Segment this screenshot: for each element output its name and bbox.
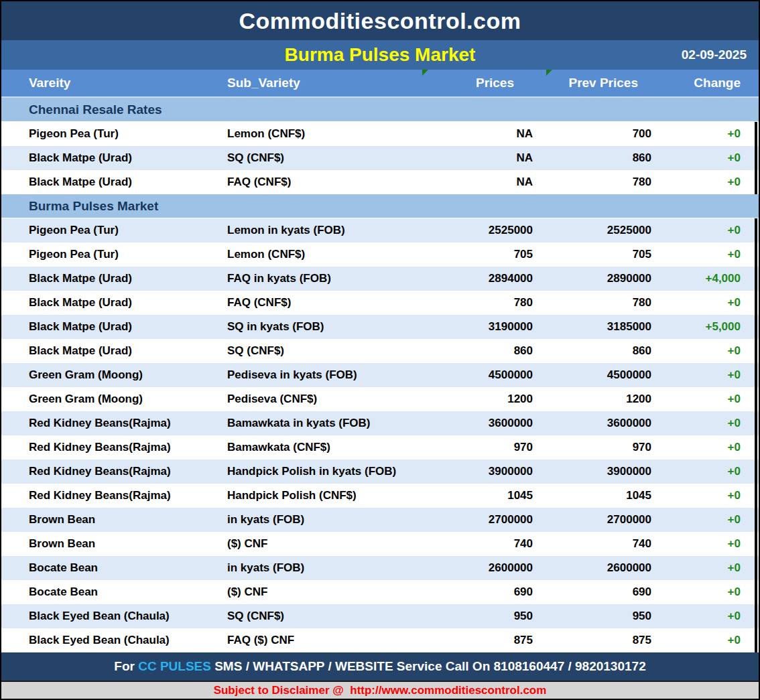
table-column-header: Vareity Sub_Variety Prices Prev Prices C… — [1, 70, 759, 98]
table-row: Bocate Bean($) CNF690690+0 — [1, 580, 759, 604]
table-row: Pigeon Pea (Tur)Lemon in kyats (FOB)2525… — [1, 218, 759, 242]
prev-price-cell: 705 — [533, 248, 651, 261]
price-cell: NA — [428, 176, 533, 189]
change-cell: +0 — [651, 585, 759, 599]
sub-variety-cell: Pediseva (CNF$) — [227, 393, 428, 406]
price-cell: 950 — [428, 610, 533, 623]
table-row: Pigeon Pea (Tur)Lemon (CNF$)NA700+0 — [1, 122, 759, 146]
column-header-prev-prices: Prev Prices — [533, 76, 651, 90]
price-cell: 780 — [428, 296, 533, 309]
column-header-change: Change — [651, 76, 759, 90]
site-title: Commoditiescontrol.com — [239, 8, 521, 34]
change-cell: +0 — [651, 634, 759, 647]
price-cell: 4500000 — [428, 368, 533, 382]
change-cell: +0 — [651, 176, 759, 189]
table-row: Black Matpe (Urad)FAQ (CNF$)780780+0 — [1, 291, 759, 315]
table-row: Red Kidney Beans(Rajma)Bamawkata in kyat… — [1, 411, 759, 435]
prev-price-cell: 3600000 — [533, 417, 651, 430]
change-cell: +0 — [651, 537, 759, 551]
change-cell: +0 — [651, 393, 759, 406]
table-row: Black Matpe (Urad)SQ (CNF$)NA860+0 — [1, 146, 759, 170]
cell-note-flag-icon — [422, 70, 428, 76]
sub-variety-cell: ($) CNF — [227, 585, 428, 599]
sub-variety-cell: Pediseva in kyats (FOB) — [227, 368, 428, 382]
table-row: Brown Bean($) CNF740740+0 — [1, 532, 759, 556]
variety-cell: Pigeon Pea (Tur) — [1, 127, 227, 141]
column-header-sub-variety: Sub_Variety — [227, 76, 428, 90]
variety-cell: Black Matpe (Urad) — [1, 176, 227, 189]
price-cell: 2894000 — [428, 272, 533, 285]
variety-cell: Red Kidney Beans(Rajma) — [1, 465, 227, 478]
prev-price-cell: 780 — [533, 176, 651, 189]
table-row: Black Matpe (Urad)FAQ (CNF$)NA780+0 — [1, 170, 759, 194]
disclaimer-link[interactable]: http://www.commoditiescontrol.com — [350, 684, 546, 697]
prev-price-cell: 970 — [533, 441, 651, 454]
prev-price-cell: 860 — [533, 151, 651, 165]
price-cell: 970 — [428, 441, 533, 454]
prev-price-cell: 875 — [533, 634, 651, 647]
table-row: Red Kidney Beans(Rajma)Handpick Polish i… — [1, 460, 759, 484]
change-cell: +0 — [651, 489, 759, 502]
change-cell: +0 — [651, 465, 759, 478]
prev-price-cell: 2700000 — [533, 513, 651, 527]
sub-variety-cell: in kyats (FOB) — [227, 513, 428, 527]
variety-cell: Black Matpe (Urad) — [1, 272, 227, 285]
disclaimer-text: Subject to Disclaimer @ — [214, 684, 351, 697]
price-cell: 2525000 — [428, 224, 533, 237]
sub-variety-cell: Handpick Polish in kyats (FOB) — [227, 465, 428, 478]
table-row: Black Matpe (Urad)SQ (CNF$)860860+0 — [1, 339, 759, 363]
change-cell: +0 — [651, 610, 759, 623]
variety-cell: Bocate Bean — [1, 561, 227, 575]
sub-variety-cell: FAQ (CNF$) — [227, 296, 428, 309]
variety-cell: Black Matpe (Urad) — [1, 344, 227, 358]
sub-variety-cell: Lemon (CNF$) — [227, 248, 428, 261]
section-title: Chennai Resale Rates — [1, 102, 162, 117]
prev-price-cell: 1200 — [533, 393, 651, 406]
table-row: Pigeon Pea (Tur)Lemon (CNF$)705705+0 — [1, 242, 759, 267]
variety-cell: Black Eyed Bean (Chaula) — [1, 610, 227, 623]
change-cell: +0 — [651, 368, 759, 382]
variety-cell: Black Matpe (Urad) — [1, 320, 227, 334]
sub-variety-cell: Bamawkata in kyats (FOB) — [227, 417, 428, 430]
variety-cell: Green Gram (Moong) — [1, 393, 227, 406]
change-cell: +0 — [651, 224, 759, 237]
change-cell: +0 — [651, 513, 759, 527]
variety-cell: Red Kidney Beans(Rajma) — [1, 441, 227, 454]
sub-variety-cell: FAQ in kyats (FOB) — [227, 272, 428, 285]
change-cell: +5,000 — [651, 320, 759, 334]
prev-price-cell: 780 — [533, 296, 651, 309]
change-cell: +0 — [651, 344, 759, 358]
sub-variety-cell: Lemon (CNF$) — [227, 127, 428, 141]
variety-cell: Pigeon Pea (Tur) — [1, 248, 227, 261]
section-header: Burma Pulses Market — [1, 194, 759, 218]
price-cell: 1200 — [428, 393, 533, 406]
service-text-prefix: For — [114, 659, 138, 674]
report-date: 02-09-2025 — [682, 40, 747, 70]
table-row: Brown Beanin kyats (FOB)27000002700000+0 — [1, 508, 759, 532]
prev-price-cell: 1045 — [533, 489, 651, 502]
table-row: Red Kidney Beans(Rajma)Handpick Polish (… — [1, 484, 759, 508]
section-header: Chennai Resale Rates — [1, 98, 759, 122]
sub-variety-cell: FAQ (CNF$) — [227, 176, 428, 189]
prev-price-cell: 860 — [533, 344, 651, 358]
prev-price-cell: 690 — [533, 585, 651, 599]
table-row: Green Gram (Moong)Pediseva in kyats (FOB… — [1, 363, 759, 387]
price-cell: 875 — [428, 634, 533, 647]
section-title: Burma Pulses Market — [1, 199, 158, 214]
prev-price-cell: 2525000 — [533, 224, 651, 237]
price-cell: 1045 — [428, 489, 533, 502]
prev-price-cell: 4500000 — [533, 368, 651, 382]
price-cell: 2700000 — [428, 513, 533, 527]
table-row: Black Matpe (Urad)SQ in kyats (FOB)31900… — [1, 315, 759, 339]
change-cell: +0 — [651, 248, 759, 261]
change-cell: +0 — [651, 296, 759, 309]
prev-price-cell: 2600000 — [533, 561, 651, 575]
variety-cell: Red Kidney Beans(Rajma) — [1, 489, 227, 502]
sub-variety-cell: Handpick Polish (CNF$) — [227, 489, 428, 502]
change-cell: +0 — [651, 561, 759, 575]
variety-cell: Brown Bean — [1, 513, 227, 527]
table-row: Black Matpe (Urad)FAQ in kyats (FOB)2894… — [1, 267, 759, 291]
variety-cell: Black Eyed Bean (Chaula) — [1, 634, 227, 647]
table-row: Red Kidney Beans(Rajma)Bamawkata (CNF$)9… — [1, 435, 759, 460]
sub-variety-cell: Lemon in kyats (FOB) — [227, 224, 428, 237]
